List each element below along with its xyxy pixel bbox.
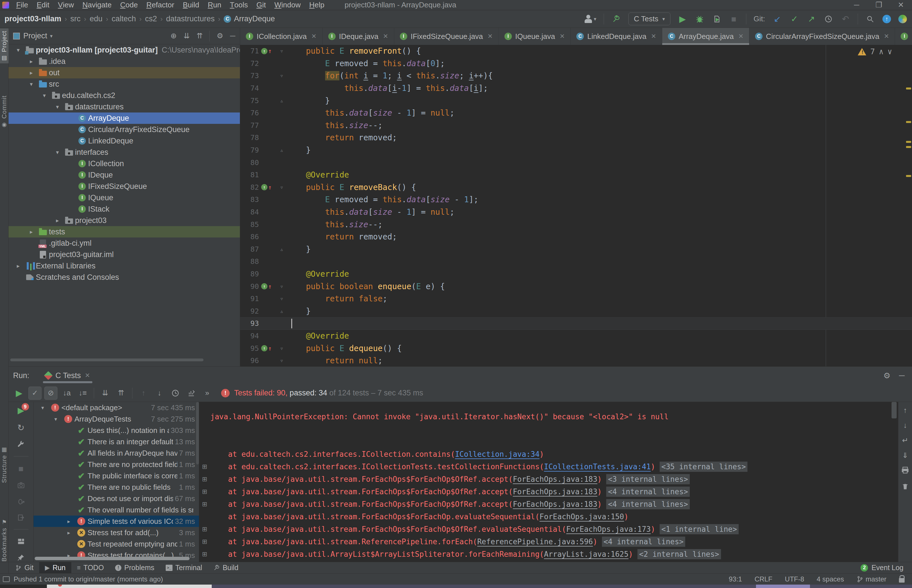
test-tree-item[interactable]: ▸✕Stress test for add(...)3 ms <box>34 527 199 538</box>
warning-stripe-mark[interactable] <box>906 146 911 148</box>
stack-trace-link[interactable]: ICollectionTests.java:41 <box>544 462 651 471</box>
debug-button[interactable] <box>695 15 705 23</box>
show-ignored-toggle[interactable]: ⊘ <box>44 387 57 400</box>
stack-trace-link[interactable]: ForEachOps.java:173 <box>566 525 650 533</box>
toolwindow-button-todo[interactable]: ≡TODO <box>71 562 110 573</box>
fold-marker-icon[interactable]: ▿ <box>277 283 287 290</box>
tree-chevron-icon[interactable]: ▸ <box>26 228 37 235</box>
toolwindow-button-terminal[interactable]: >_Terminal <box>160 562 208 573</box>
tree-item[interactable]: ▾src <box>8 78 240 90</box>
next-failed-test-icon[interactable]: ↓ <box>153 387 166 400</box>
breadcrumb-item[interactable]: project03-nllam <box>5 15 61 23</box>
thread-snapshot-button[interactable] <box>15 481 27 490</box>
tree-chevron-icon[interactable]: ▸ <box>13 262 24 269</box>
code-line[interactable]: 89 @Override <box>240 268 912 280</box>
event-log-button[interactable]: 2 Event Log <box>860 564 904 572</box>
stripe-tab-bookmarks[interactable]: ⚑Bookmarks <box>0 517 8 564</box>
overrides-method-icon[interactable]: ↑ <box>261 184 267 190</box>
soft-wrap-icon[interactable]: ↵ <box>902 436 908 445</box>
tree-item[interactable]: ▸project03 <box>8 215 240 226</box>
status-message[interactable]: Pushed 1 commit to origin/master (moment… <box>3 575 163 583</box>
overrides-method-icon[interactable]: ↑ <box>261 283 267 289</box>
run-button[interactable]: ▶ <box>678 14 687 24</box>
test-tree-item[interactable]: ▾!<default package>7 sec 435 ms <box>34 402 199 413</box>
indent-setting[interactable]: 4 spaces <box>817 575 844 583</box>
console-fold-icon[interactable]: ⊞ <box>199 488 210 495</box>
tree-chevron-icon[interactable]: ▸ <box>26 58 37 65</box>
test-tree-item[interactable]: ✔Uses this(...) notation in all but one3… <box>34 425 199 436</box>
console-fold-icon[interactable]: ⊞ <box>199 551 210 558</box>
stack-trace-link[interactable]: ReferencePipeline.java:596 <box>477 538 593 546</box>
code-line[interactable]: 77 this.size--; <box>240 119 912 132</box>
tree-item[interactable]: CLinkedDeque <box>8 135 240 147</box>
editor-tab-istack-java[interactable]: IIStack.java✕ <box>895 28 912 45</box>
test-console-output[interactable]: java.lang.NullPointerException: Cannot i… <box>199 402 898 562</box>
tree-item[interactable]: IIQueue <box>8 192 240 204</box>
sort-alphabetically-icon[interactable]: ↓a <box>60 387 73 400</box>
rerun-icon[interactable]: ▶ <box>13 387 26 400</box>
code-line[interactable]: 82↑↑▿ public E removeBack() { <box>240 181 912 194</box>
code-line[interactable]: 86 return removed; <box>240 231 912 243</box>
tree-chevron-icon[interactable]: ▾ <box>36 404 49 411</box>
gear-icon[interactable]: ⚙ <box>217 32 223 40</box>
git-update-icon[interactable]: ↙ <box>773 14 782 24</box>
inspections-widget[interactable]: 7 ∧ ∨ <box>858 47 892 56</box>
tree-item[interactable]: .gitlab-ci.yml <box>8 237 240 249</box>
console-fold-icon[interactable]: ⊞ <box>199 538 210 545</box>
fold-marker-icon[interactable]: ▿ <box>277 345 287 352</box>
test-history-icon[interactable] <box>169 387 182 400</box>
console-fold-icon[interactable]: ⊞ <box>199 463 210 470</box>
tree-item[interactable]: ▸External Libraries <box>8 260 240 271</box>
git-push-icon[interactable]: ↗ <box>807 14 816 24</box>
menu-item-build[interactable]: Build <box>178 0 204 10</box>
layout-settings-button[interactable] <box>15 537 27 546</box>
code-line[interactable]: 88 <box>240 255 912 268</box>
test-tree-item[interactable]: ▾!ArrayDequeTests7 sec 275 ms <box>34 413 199 425</box>
close-icon[interactable]: ✕ <box>85 372 90 379</box>
tree-chevron-icon[interactable]: ▸ <box>26 69 37 76</box>
locate-file-icon[interactable]: ⊕ <box>170 32 177 40</box>
tree-chevron-icon[interactable]: ▸ <box>63 530 75 536</box>
fold-marker-icon[interactable]: ▿ <box>277 357 287 364</box>
overrides-method-icon[interactable]: ↑ <box>261 345 267 351</box>
code-line[interactable]: 72 E removed = this.data[0]; <box>240 57 912 70</box>
tree-chevron-icon[interactable]: ▾ <box>13 47 24 53</box>
stack-trace-link[interactable]: ForEachOps.java:183 <box>513 500 597 509</box>
git-rollback-icon[interactable]: ↶ <box>841 14 851 24</box>
tree-chevron-icon[interactable]: ▸ <box>63 518 75 525</box>
next-issue-icon[interactable]: ∨ <box>888 47 892 56</box>
tree-item[interactable]: CArrayDeque <box>8 113 240 124</box>
pin-tab-button[interactable] <box>15 553 27 562</box>
overrides-method-icon[interactable]: ↑ <box>261 48 267 54</box>
menu-item-tools[interactable]: Tools <box>226 0 252 10</box>
code-line[interactable]: 90↑↑▿ public boolean enqueue(E e) { <box>240 280 912 292</box>
breadcrumb-item[interactable]: datastructures <box>166 15 215 23</box>
project-tree-hscrollbar[interactable] <box>10 359 204 361</box>
maximize-button[interactable]: ❐ <box>868 0 890 10</box>
console-fold-icon[interactable]: ⊞ <box>199 525 210 533</box>
code-line[interactable]: 75▵ } <box>240 94 912 107</box>
tree-item[interactable]: IIDeque <box>8 169 240 181</box>
git-branch-widget[interactable]: master <box>857 575 886 583</box>
console-fold-icon[interactable]: ⊞ <box>199 475 210 483</box>
stack-trace-link[interactable]: ForEachOps.java:183 <box>513 488 597 496</box>
toggle-auto-test-button[interactable] <box>15 497 27 506</box>
code-editor[interactable]: 71↑↑▿ public E removeFront() {72 E remov… <box>240 45 912 367</box>
rerun-button[interactable]: ↻ <box>15 423 27 433</box>
close-icon[interactable]: ✕ <box>651 33 656 40</box>
user-account-icon[interactable]: ▾ <box>584 15 596 23</box>
tree-item[interactable]: ▾interfaces <box>8 147 240 158</box>
stripe-tab-structure[interactable]: ▦Structure <box>0 444 8 485</box>
fold-marker-icon[interactable]: ▵ <box>277 97 287 104</box>
clear-console-icon[interactable] <box>901 482 909 492</box>
test-tree-item[interactable]: ✕Test repeated emptying and filling c1 m… <box>34 538 199 550</box>
import-test-results-icon[interactable] <box>185 387 198 400</box>
tree-item[interactable]: ▾edu.caltech.cs2 <box>8 90 240 101</box>
toolwindow-button-run[interactable]: ▶Run <box>39 562 71 573</box>
run-configuration-select[interactable]: C Tests▾ <box>628 13 670 25</box>
tree-chevron-icon[interactable]: ▾ <box>49 416 62 422</box>
menu-item-refactor[interactable]: Refactor <box>142 0 178 10</box>
expand-all-icon[interactable]: ⇊ <box>184 32 190 40</box>
test-tree-item[interactable]: ✔There are no public fields1 ms <box>34 481 199 493</box>
fold-marker-icon[interactable]: ▵ <box>277 147 287 153</box>
